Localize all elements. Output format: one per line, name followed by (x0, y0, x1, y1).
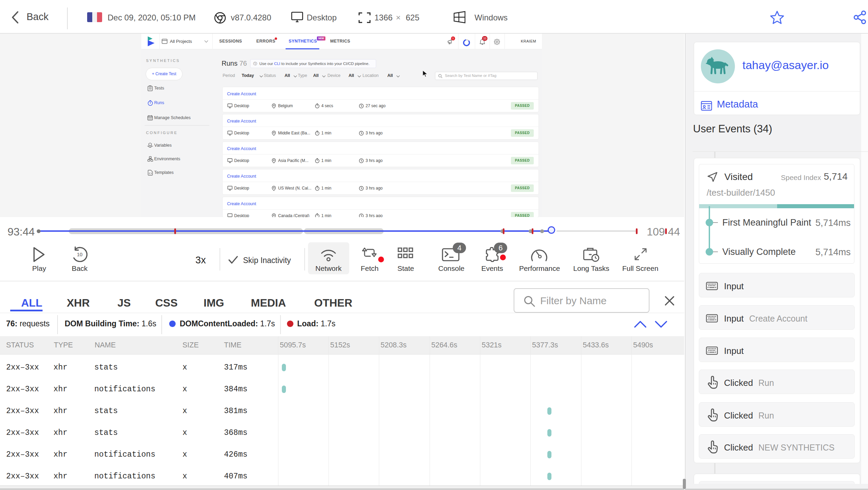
svg-text:10: 10 (77, 251, 83, 257)
